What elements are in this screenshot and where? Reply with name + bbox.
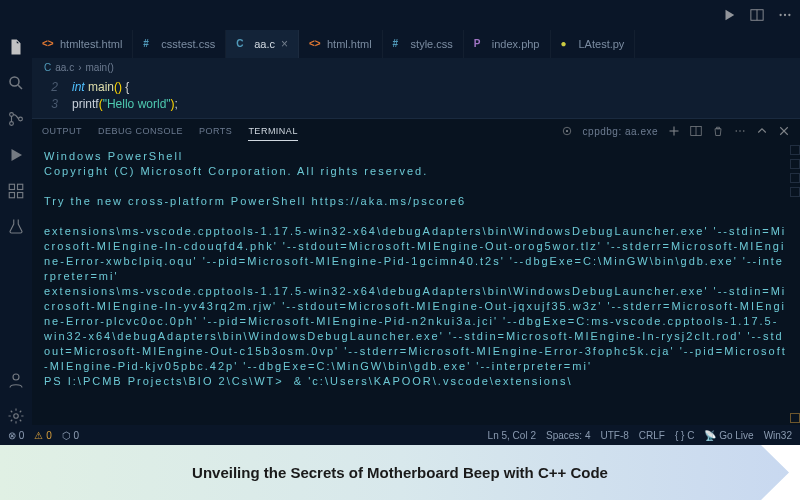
panel-tab-output[interactable]: OUTPUT [42, 122, 82, 141]
maximize-panel-icon[interactable] [756, 125, 768, 137]
status-bar: ⊗ 0 ⚠ 0 ⬡ 0 Ln 5, Col 2 Spaces: 4 UTF-8 … [0, 425, 800, 445]
status-golive[interactable]: 📡 Go Live [704, 430, 753, 441]
more-terminal-icon[interactable] [734, 125, 746, 137]
svg-point-3 [784, 14, 786, 16]
extensions-icon[interactable] [7, 182, 25, 200]
tab-label: aa.c [254, 38, 275, 50]
breadcrumb[interactable]: C aa.c › main() [32, 58, 800, 76]
tab-htmltest-html[interactable]: <>htmltest.html [32, 30, 133, 58]
launch-config-icon[interactable] [561, 125, 573, 137]
panel-tab-debug-console[interactable]: DEBUG CONSOLE [98, 122, 183, 141]
settings-icon[interactable] [7, 407, 25, 425]
status-lang[interactable]: { } C [675, 430, 694, 441]
banner-title: Unveiling the Secrets of Motherboard Bee… [0, 464, 800, 481]
code-line[interactable]: 2int main() { [32, 78, 800, 95]
line-number: 2 [32, 80, 72, 94]
tab-csstest-css[interactable]: #csstest.css [133, 30, 226, 58]
tab-label: index.php [492, 38, 540, 50]
svg-point-7 [10, 113, 14, 117]
code-editor[interactable]: 2int main() {3 printf("Hello world"); [32, 76, 800, 118]
panel: OUTPUTDEBUG CONSOLEPORTSTERMINAL cppdbg:… [32, 118, 800, 425]
run-debug-icon[interactable] [7, 146, 25, 164]
html-file-icon: <> [42, 38, 54, 50]
launch-config[interactable]: cppdbg: aa.exe [583, 126, 658, 137]
breadcrumb-symbol: main() [85, 62, 113, 73]
svg-point-5 [10, 77, 19, 86]
panel-tab-terminal[interactable]: TERMINAL [248, 122, 298, 141]
svg-point-23 [739, 130, 741, 132]
close-panel-icon[interactable] [778, 125, 790, 137]
tab-LAtest-py[interactable]: ●LAtest.py [551, 30, 636, 58]
account-icon[interactable] [7, 371, 25, 389]
tab-label: LAtest.py [579, 38, 625, 50]
status-ports[interactable]: ⬡ 0 [62, 430, 79, 441]
tab-label: style.css [411, 38, 453, 50]
terminal-output: Windows PowerShell Copyright (C) Microso… [44, 149, 788, 389]
svg-rect-11 [18, 184, 23, 189]
kill-terminal-icon[interactable] [712, 125, 724, 137]
php-file-icon: P [474, 38, 486, 50]
tab-style-css[interactable]: #style.css [383, 30, 464, 58]
vscode-window: <>htmltest.html#csstest.cssCaa.c×<>html.… [0, 0, 800, 445]
tab-aa-c[interactable]: Caa.c× [226, 30, 299, 58]
svg-rect-12 [9, 193, 14, 198]
editor-area: <>htmltest.html#csstest.cssCaa.c×<>html.… [32, 30, 800, 425]
svg-point-17 [565, 130, 567, 132]
svg-rect-13 [18, 193, 23, 198]
terminal-side-icons [788, 143, 800, 425]
html-file-icon: <> [309, 38, 321, 50]
svg-point-9 [19, 117, 23, 121]
status-warnings[interactable]: ⚠ 0 [34, 430, 51, 441]
close-tab-icon[interactable]: × [281, 37, 288, 51]
split-icon[interactable] [750, 8, 764, 22]
py-file-icon: ● [561, 38, 573, 50]
main-area: <>htmltest.html#csstest.cssCaa.c×<>html.… [0, 30, 800, 425]
tab-label: html.html [327, 38, 372, 50]
status-errors[interactable]: ⊗ 0 [8, 430, 24, 441]
activity-bar [0, 30, 32, 425]
svg-rect-10 [9, 184, 14, 189]
svg-point-22 [736, 130, 738, 132]
tab-html-html[interactable]: <>html.html [299, 30, 383, 58]
status-platform[interactable]: Win32 [764, 430, 792, 441]
tab-label: htmltest.html [60, 38, 122, 50]
css-file-icon: # [393, 38, 405, 50]
svg-point-2 [779, 14, 781, 16]
svg-line-6 [18, 85, 22, 89]
run-icon[interactable] [722, 8, 736, 22]
c-file-icon: C [236, 38, 248, 50]
svg-point-14 [13, 374, 19, 380]
svg-point-8 [10, 122, 14, 126]
svg-point-24 [743, 130, 745, 132]
panel-tab-ports[interactable]: PORTS [199, 122, 232, 141]
status-linecol[interactable]: Ln 5, Col 2 [488, 430, 536, 441]
line-number: 3 [32, 97, 72, 111]
tab-index-php[interactable]: Pindex.php [464, 30, 551, 58]
titlebar [0, 0, 800, 30]
more-icon[interactable] [778, 8, 792, 22]
status-eol[interactable]: CRLF [639, 430, 665, 441]
new-terminal-icon[interactable] [668, 125, 680, 137]
code-line[interactable]: 3 printf("Hello world"); [32, 95, 800, 112]
banner: Unveiling the Secrets of Motherboard Bee… [0, 445, 800, 500]
breadcrumb-c-icon: C [44, 62, 51, 73]
breadcrumb-file: aa.c [55, 62, 74, 73]
search-icon[interactable] [7, 74, 25, 92]
panel-tabs: OUTPUTDEBUG CONSOLEPORTSTERMINAL cppdbg:… [32, 119, 800, 143]
status-encoding[interactable]: UTF-8 [600, 430, 628, 441]
source-control-icon[interactable] [7, 110, 25, 128]
editor-tabs: <>htmltest.html#csstest.cssCaa.c×<>html.… [32, 30, 800, 58]
terminal[interactable]: Windows PowerShell Copyright (C) Microso… [32, 143, 800, 425]
test-icon[interactable] [7, 218, 25, 236]
split-terminal-icon[interactable] [690, 125, 702, 137]
svg-point-15 [14, 414, 19, 419]
tab-label: csstest.css [161, 38, 215, 50]
svg-point-4 [788, 14, 790, 16]
explorer-icon[interactable] [7, 38, 25, 56]
status-spaces[interactable]: Spaces: 4 [546, 430, 590, 441]
css-file-icon: # [143, 38, 155, 50]
